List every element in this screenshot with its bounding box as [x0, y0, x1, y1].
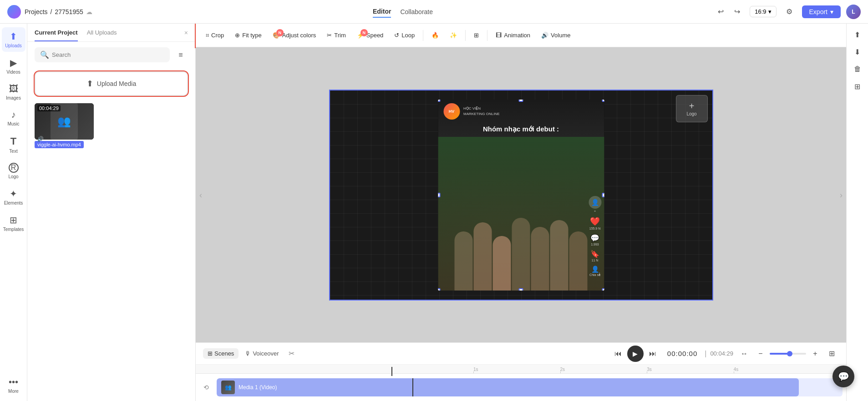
next-button[interactable]: ⏭: [645, 346, 660, 361]
crop-label: Crop: [211, 32, 224, 39]
undo-redo-group: ↩ ↪: [713, 5, 744, 19]
canvas-video-clip[interactable]: HV HỌC VIỆNMARKETING ONLINE Nhóm nhạc mớ…: [438, 100, 604, 291]
video-thumbnail-item[interactable]: 👥 00:04:29 🔊 viggle-ai-hvmo.mp4: [35, 103, 188, 150]
logo-text: Logo: [686, 111, 696, 116]
delete-button[interactable]: 🗑: [850, 62, 865, 76]
toolbar-divider3: [487, 30, 487, 41]
resize-handle-mr[interactable]: [602, 193, 604, 197]
resize-handle-bm[interactable]: [519, 288, 523, 291]
zoom-in-button[interactable]: +: [808, 346, 822, 361]
project-id[interactable]: 27751955: [55, 8, 83, 15]
app-logo[interactable]: [7, 5, 21, 19]
sidebar-label-uploads: Uploads: [5, 43, 22, 48]
projects-link[interactable]: Projects: [25, 8, 48, 15]
flame-button[interactable]: 🔥: [427, 30, 443, 41]
filter-button[interactable]: ≡: [173, 48, 188, 62]
logo-placeholder[interactable]: + Logo: [676, 95, 708, 122]
fittype-button[interactable]: ⊕ Fit type: [230, 30, 266, 41]
crop-button[interactable]: ⌗ Crop: [201, 30, 228, 41]
sidebar-icon-avatar: 👤 +: [589, 196, 601, 213]
timeline-playhead[interactable]: [412, 378, 413, 396]
tab-all-uploads[interactable]: All Uploads: [87, 29, 117, 41]
undo-button[interactable]: ↩: [713, 5, 728, 19]
resize-handle-bl[interactable]: [438, 288, 440, 291]
collapse-right-button[interactable]: ›: [840, 190, 843, 200]
export-button[interactable]: Export ▾: [802, 5, 841, 18]
sidebar-label-text: Text: [9, 149, 17, 154]
move-down-button[interactable]: ⬇: [850, 45, 865, 59]
scissors-icon[interactable]: ✂: [289, 349, 294, 358]
prev-button[interactable]: ⏮: [611, 346, 625, 361]
sidebar-item-images[interactable]: 🖼 Images: [2, 80, 25, 104]
scenes-label: Scenes: [214, 350, 234, 357]
play-button[interactable]: ▶: [627, 346, 644, 362]
zoom-out-button[interactable]: −: [753, 346, 768, 361]
sidebar-item-more[interactable]: ••• More: [2, 373, 25, 397]
settings-button[interactable]: ⚙: [782, 5, 797, 19]
chat-bubble-button[interactable]: 💬: [832, 366, 854, 387]
upload-label: Upload Media: [97, 80, 136, 87]
loop-button[interactable]: ↺ Loop: [390, 30, 419, 41]
tab-voiceover[interactable]: 🎙 Voiceover: [240, 348, 283, 359]
tab-collaborate[interactable]: Collaborate: [400, 6, 433, 17]
timeline-tracks: ⟲ 👥 Media 1 (Video): [196, 374, 846, 401]
sidebar-item-text[interactable]: T Text: [2, 132, 25, 157]
track-label: Media 1 (Video): [239, 384, 277, 391]
zoom-thumb[interactable]: [787, 351, 792, 356]
volume-button[interactable]: 🔊 Volume: [537, 30, 575, 41]
thumb-duration: 00:04:29: [37, 105, 61, 111]
upload-media-button[interactable]: ⬆ Upload Media: [35, 71, 188, 96]
zoom-slider[interactable]: [770, 353, 806, 355]
collapse-left-button[interactable]: ‹: [199, 190, 202, 200]
speed-button[interactable]: ⚡N Speed: [352, 30, 388, 41]
media-panel: Current Project All Uploads × 🔍 ≡ ⬆ Uplo…: [27, 24, 196, 401]
redo-button[interactable]: ↪: [730, 5, 744, 19]
trim-label: Trim: [334, 32, 346, 39]
cloud-icon: ☁: [86, 8, 92, 15]
sidebar-item-elements[interactable]: ✦ Elements: [2, 185, 25, 209]
trim-button[interactable]: ✂ Trim: [322, 30, 350, 41]
video-sidebar-icons: 👤 + ❤️ 155.9 N 💬 1.993: [589, 196, 601, 277]
sidebar-item-templates[interactable]: ⊞ Templates: [2, 211, 25, 236]
ratio-label: 16:9: [755, 8, 766, 15]
speed-label: Speed: [366, 32, 384, 39]
sidebar-item-uploads[interactable]: ⬆ Uploads: [2, 27, 25, 52]
track-item-media1[interactable]: 👥 Media 1 (Video): [217, 378, 799, 396]
resize-handle-br[interactable]: [602, 288, 604, 291]
panel-close-icon[interactable]: ×: [184, 29, 188, 41]
align-icon: ⊞: [474, 32, 479, 39]
avatar[interactable]: L: [846, 5, 861, 19]
tab-current-project[interactable]: Current Project: [35, 29, 78, 41]
grid-layout-button[interactable]: ⊞: [850, 79, 865, 94]
sidebar-item-videos[interactable]: ▶ Videos: [2, 54, 25, 78]
search-input[interactable]: [52, 51, 164, 58]
speed-badge: N: [360, 29, 368, 36]
canvas-area: ‹ HV HỌC VIỆNMARKETING ONLINE Nhóm nhạc …: [196, 47, 846, 342]
tab-scenes[interactable]: ⊞ Scenes: [203, 348, 239, 359]
resize-handle-tl[interactable]: [438, 100, 440, 102]
sparkle-button[interactable]: ✨: [445, 30, 462, 41]
ratio-button[interactable]: 16:9 ▾: [750, 6, 776, 17]
flame-icon: 🔥: [431, 32, 439, 39]
adjustcolors-button[interactable]: 🎨N Adjust colors: [268, 30, 320, 41]
move-up-button[interactable]: ⬆: [850, 27, 865, 42]
resize-handle-tr[interactable]: [602, 100, 604, 102]
playback-tabs: ⊞ Scenes 🎙 Voiceover: [203, 348, 283, 359]
sidebar-item-logo[interactable]: R Logo: [2, 159, 25, 183]
search-input-wrap[interactable]: 🔍: [35, 47, 170, 62]
grid-button[interactable]: ⊞: [824, 346, 839, 361]
chevron-down-icon: ▾: [768, 8, 772, 15]
playback-controls: ⊞ Scenes 🎙 Voiceover ✂ ⏮ ▶ ⏭: [196, 343, 846, 365]
animation-label: Animation: [504, 32, 530, 39]
sidebar-item-music[interactable]: ♪ Music: [2, 106, 25, 130]
animation-button[interactable]: 🎞 Animation: [491, 30, 535, 41]
resize-handle-ml[interactable]: [438, 193, 440, 197]
fit-button[interactable]: ↔: [737, 346, 751, 361]
resize-handle-tm[interactable]: [519, 100, 523, 102]
align-button[interactable]: ⊞: [469, 30, 483, 41]
sidebar-icon-share: 👤 Chia sẻ: [589, 266, 600, 277]
tab-editor[interactable]: Editor: [373, 6, 391, 18]
templates-icon: ⊞: [10, 215, 17, 226]
people-placeholder: [438, 137, 604, 291]
zoom-controls: ↔ − + ⊞: [737, 346, 839, 361]
